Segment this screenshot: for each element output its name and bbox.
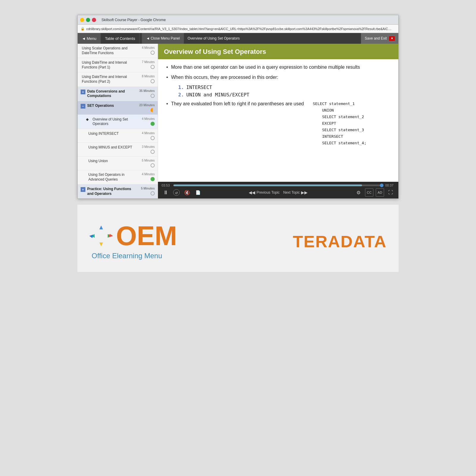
cc-button[interactable]: CC <box>365 188 373 197</box>
play-pause-icon: ⏸ <box>163 190 168 196</box>
close-x-icon[interactable]: ✕ <box>389 36 395 41</box>
controls-right: ⚙ CC AD ⛶ <box>354 188 395 197</box>
minimize-button[interactable] <box>80 18 84 22</box>
sidebar-duration: 35 Minutes <box>139 89 155 93</box>
slide-content: More than one set operator can be used i… <box>158 59 398 155</box>
status-gear-icon <box>151 191 155 195</box>
sidebar-item-set-operations[interactable]: − SET Operations 23 Minutes <box>78 101 158 115</box>
sidebar-duration: 3 Minutes <box>142 145 155 148</box>
sidebar-duration: 8 Minutes <box>142 75 155 78</box>
progress-row: 03:53 00:37 <box>162 184 395 187</box>
menu-button[interactable]: ◄ Menu <box>78 33 101 44</box>
svg-marker-0 <box>99 226 103 229</box>
sidebar: Using Scalar Operations and DateTime Fun… <box>78 44 158 198</box>
teradata-text: TERADATA <box>293 232 387 251</box>
slide-area: Overview of Using Set Operators More tha… <box>158 44 398 182</box>
sidebar-item-datetime-p1[interactable]: Using DateTime and Interval Functions (P… <box>78 58 158 72</box>
play-pause-button[interactable]: ⏸ <box>162 188 170 197</box>
volume-button[interactable]: 🔇 <box>183 188 191 197</box>
app-header: ◄ Menu Table of Contents ◄ Close Menu Pa… <box>78 33 398 44</box>
progress-bar[interactable] <box>173 184 383 186</box>
ad-label: AD <box>378 191 382 194</box>
sidebar-item-label: Using MINUS and EXCEPT <box>88 145 132 150</box>
prev-topic-label: Previous Topic <box>256 190 280 195</box>
progress-fill <box>173 184 362 186</box>
status-dot-icon <box>151 177 155 181</box>
sidebar-duration: 4 Minutes <box>142 131 155 135</box>
main-layout: Using Scalar Operations and DateTime Fun… <box>78 44 398 198</box>
cc-label: CC <box>367 191 372 194</box>
oem-logo: OEM Office Elearning Menu <box>89 223 177 260</box>
status-gear-icon <box>151 65 155 69</box>
close-panel-button[interactable]: ◄ Close Menu Panel <box>142 33 184 44</box>
oem-text-label: OEM <box>116 223 177 249</box>
current-time: 03:53 <box>162 184 171 187</box>
captions-button[interactable]: 📄 <box>194 188 202 197</box>
previous-topic-button[interactable]: ◀◀ Previous Topic <box>249 190 280 195</box>
save-exit-label: Save and Exit <box>365 36 387 40</box>
sidebar-item-intersect[interactable]: Using INTERSECT 4 Minutes <box>78 129 158 143</box>
bottom-branding: OEM Office Elearning Menu TERADATA <box>77 205 399 272</box>
status-gear-icon <box>151 94 155 98</box>
next-topic-button[interactable]: Next Topic ▶▶ <box>283 190 308 195</box>
sidebar-item-overview-set[interactable]: ◆ Overview of Using Set Operators 4 Minu… <box>78 115 158 129</box>
status-gear-icon <box>151 51 155 55</box>
teradata-logo: TERADATA <box>293 232 387 251</box>
video-controls: 03:53 00:37 ⏸ ↺ <box>158 182 398 198</box>
status-gear-icon <box>151 79 155 83</box>
sidebar-item-union[interactable]: Using Union 5 Minutes <box>78 156 158 170</box>
save-exit-button[interactable]: Save and Exit ✕ <box>361 33 398 44</box>
next-arrow-icon: ▶▶ <box>301 190 308 195</box>
oem-icon <box>89 224 113 248</box>
sidebar-duration: 5 Minutes <box>141 187 155 190</box>
prev-arrow-icon: ◀◀ <box>249 190 255 195</box>
code-block: SELECT statement_1 UNION SELECT statemen… <box>313 101 366 147</box>
ad-button[interactable]: AD <box>376 188 384 197</box>
current-item-indicator: ◆ <box>86 117 91 122</box>
browser-titlebar: Skillsoft Course Player - Google Chrome <box>78 15 398 25</box>
rewind-button[interactable]: ↺ <box>172 188 181 197</box>
sidebar-duration: 5 Minutes <box>142 159 155 162</box>
sidebar-item-datetime-p2[interactable]: Using DateTime and Interval Functions (P… <box>78 72 158 87</box>
expand-plus-icon: + <box>81 187 85 192</box>
slide-title: Overview of Using Set Operators <box>164 48 392 56</box>
settings-button[interactable]: ⚙ <box>354 188 363 197</box>
controls-center: ◀◀ Previous Topic Next Topic ▶▶ <box>249 190 308 195</box>
expand-minus-icon: − <box>81 104 85 109</box>
toc-button[interactable]: Table of Contents <box>101 33 139 44</box>
volume-icon: 🔇 <box>184 190 190 195</box>
sidebar-item-minus-except[interactable]: Using MINUS and EXCEPT 3 Minutes <box>78 143 158 156</box>
sidebar-item-label: Overview of Using Set Operators <box>93 117 138 126</box>
sidebar-duration: 7 Minutes <box>142 60 155 64</box>
sidebar-item-label: Using Union <box>88 159 108 164</box>
fullscreen-button[interactable]: ⛶ <box>386 188 395 197</box>
remaining-time: 00:37 <box>385 184 395 187</box>
controls-row: ⏸ ↺ 🔇 📄 <box>162 188 395 197</box>
oem-subtitle: Office Elearning Menu <box>92 252 162 260</box>
close-button[interactable] <box>92 18 96 22</box>
expand-plus-icon: + <box>81 90 85 94</box>
sidebar-duration: 23 Minutes <box>139 104 155 107</box>
sidebar-duration: 4 Minutes <box>142 46 155 49</box>
sidebar-item-scalar-ops[interactable]: Using Scalar Operations and DateTime Fun… <box>78 44 158 58</box>
sidebar-item-label: Using DateTime and Interval Functions (P… <box>82 60 138 70</box>
browser-title: Skillsoft Course Player - Google Chrome <box>99 18 396 22</box>
status-half-icon <box>151 108 155 112</box>
browser-addressbar: 🔒 cdnlibrary.skillport.com/courseware/Co… <box>78 25 398 33</box>
slide-header: Overview of Using Set Operators <box>158 44 398 59</box>
sidebar-item-data-conversions[interactable]: + Data Conversions and Computations 35 M… <box>78 87 158 101</box>
browser-window: Skillsoft Course Player - Google Chrome … <box>77 15 399 199</box>
topic-title: Overview of Using Set Operators <box>184 36 361 40</box>
svg-marker-4 <box>99 242 103 246</box>
maximize-button[interactable] <box>86 18 90 22</box>
sidebar-item-label: Using INTERSECT <box>88 131 119 136</box>
sidebar-item-label: Using Set Operators in Advanced Queries <box>88 173 138 182</box>
ordered-item-2: 2.UNION and MINUS/EXCEPT <box>178 92 391 98</box>
content-area: Overview of Using Set Operators More tha… <box>158 44 398 198</box>
sidebar-item-practice[interactable]: + Practice: Using Functions and Operator… <box>78 184 158 198</box>
sidebar-item-label: Data Conversions and Computations <box>87 89 138 98</box>
progress-knob[interactable] <box>380 184 383 187</box>
controls-left: ⏸ ↺ 🔇 📄 <box>162 188 202 197</box>
sidebar-item-label: Using DateTime and Interval Functions (P… <box>82 75 138 84</box>
sidebar-item-advanced-queries[interactable]: Using Set Operators in Advanced Queries … <box>78 170 158 184</box>
